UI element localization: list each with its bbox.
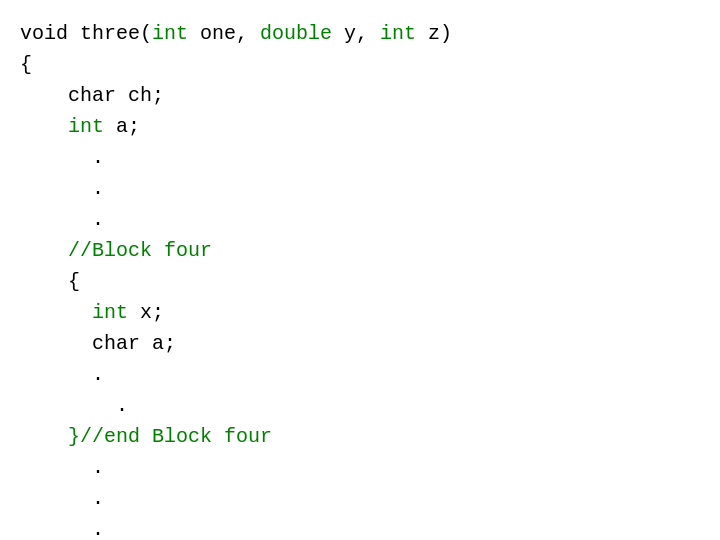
- code-line: .: [20, 173, 700, 204]
- comment-token: //Block four: [68, 239, 212, 262]
- code-line: .: [20, 483, 700, 514]
- code-token: [20, 239, 68, 262]
- code-token: {: [20, 270, 80, 293]
- code-line: {: [20, 49, 700, 80]
- code-line: char a;: [20, 328, 700, 359]
- code-token: x;: [128, 301, 164, 324]
- code-token: z): [416, 22, 452, 45]
- code-block: void three(int one, double y, int z){ ch…: [20, 18, 700, 540]
- comment-token: }//end Block four: [68, 425, 272, 448]
- code-line: }//end Block four: [20, 421, 700, 452]
- code-token: .: [20, 146, 104, 169]
- code-token: [20, 425, 68, 448]
- code-token: .: [20, 363, 104, 386]
- code-line: void three(int one, double y, int z): [20, 18, 700, 49]
- code-token: .: [20, 177, 104, 200]
- code-line: .: [20, 514, 700, 540]
- keyword-token: int: [152, 22, 188, 45]
- code-token: a;: [104, 115, 140, 138]
- code-line: .: [20, 359, 700, 390]
- code-line: int a;: [20, 111, 700, 142]
- code-token: char a;: [20, 332, 176, 355]
- keyword-token: int: [68, 115, 104, 138]
- code-line: .: [20, 204, 700, 235]
- code-token: void three(: [20, 22, 152, 45]
- code-token: [20, 115, 68, 138]
- code-line: //Block four: [20, 235, 700, 266]
- code-display: void three(int one, double y, int z){ ch…: [0, 0, 720, 540]
- code-token: .: [20, 456, 104, 479]
- keyword-token: int: [92, 301, 128, 324]
- code-token: {: [20, 53, 32, 76]
- keyword-token: double: [260, 22, 332, 45]
- code-token: .: [20, 208, 104, 231]
- code-line: .: [20, 390, 700, 421]
- code-token: one,: [188, 22, 260, 45]
- code-line: int x;: [20, 297, 700, 328]
- code-line: {: [20, 266, 700, 297]
- code-token: .: [20, 487, 104, 510]
- code-line: .: [20, 452, 700, 483]
- code-token: .: [20, 518, 104, 540]
- code-line: .: [20, 142, 700, 173]
- code-token: .: [20, 394, 128, 417]
- code-line: char ch;: [20, 80, 700, 111]
- code-token: y,: [332, 22, 380, 45]
- code-token: char ch;: [20, 84, 164, 107]
- keyword-token: int: [380, 22, 416, 45]
- code-token: [20, 301, 92, 324]
